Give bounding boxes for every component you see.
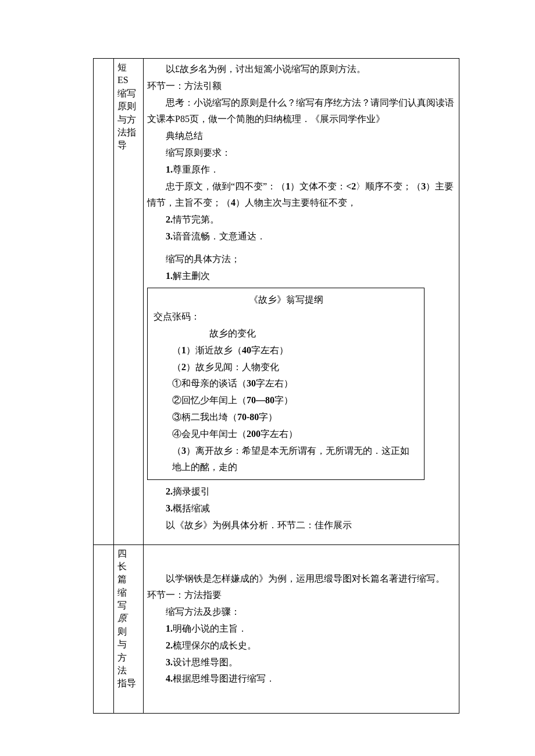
inset-theme: 故乡的变化 [154,325,418,342]
txt: 解主删次 [173,271,210,281]
step-4: 4.根据思维导图进行缩写． [147,671,455,687]
label-line: 则 [117,625,140,638]
num: 1. [166,271,173,281]
inset-subitem: ③柄二我出埼（70-80字） [154,409,418,426]
label-line: 法 [117,664,140,677]
method-3: 3.概括缩减 [147,500,455,517]
label-line: 原则 [117,100,140,113]
section-4-label: 四 长 篇 缩 写 原 则 与 方 法 指导 [114,544,144,714]
label-line: 指导 [117,677,140,690]
intro-text: 以学钢铁是怎样嫌成的》为例，运用思缎导图对长篇名著进行缩写。 [147,571,455,587]
method-2: 2.摘录援引 [147,483,455,500]
num: 2. [166,214,173,224]
lesson-table: 短 ES 缩写 原则 与方 法指 导 以£故乡名为例，讨出短篙小说缩写的原则方法… [93,58,459,714]
example-line: 以《故乡》为例具体分析．环节二：佳作展示 [147,517,455,534]
txt: 摘录援引 [173,486,210,496]
num: 3. [166,657,173,667]
principle-title: 缩写原则要求： [147,145,455,162]
spacer [147,534,455,542]
label-line: 方 [117,651,140,664]
section-4-row: 四 长 篇 缩 写 原 则 与 方 法 指导 以学钢铁是怎样嫌成的》为例，运用思… [94,544,459,714]
label-line: 缩写 [117,87,140,100]
think-text: 思考：小说缩写的原则是什么？缩写有序纥方法？请同学们认真阅读语文课本P85页，做… [147,95,455,128]
left-margin-cell [94,59,114,545]
section-3-row: 短 ES 缩写 原则 与方 法指 导 以£故乡名为例，讨出短篙小说缩写的原则方法… [94,59,459,545]
label-line: 短 [117,61,140,74]
txt: 设计思维导图。 [173,657,238,667]
txt: 梳理保尔的成长史。 [173,640,256,650]
spacer [147,547,455,571]
txt: 谙音流畅．文意通达． [173,231,266,241]
inset-subitem: ①和母亲的谈话（30字左右） [154,375,418,392]
spacer [147,687,455,711]
inset-subitem: ②回忆少年闰上（70—80字） [154,392,418,409]
method-title: 缩写的具体方法； [147,251,455,268]
label-line: 原 [117,612,140,625]
label-line: 篇 [117,573,140,586]
section-4-content: 以学钢铁是怎样嫌成的》为例，运用思缎导图对长篇名著进行缩写。 环节一：方法指要 … [144,544,459,714]
txt: 明确小说的主旨． [173,624,247,633]
txt: 情节完第。 [173,214,219,224]
inset-sub: 交点张码： [154,309,418,325]
section-3-label: 短 ES 缩写 原则 与方 法指 导 [114,59,144,545]
label-line: 与方 [117,113,140,126]
link-1: 环节一：方法引额 [147,78,455,95]
txt: 尊重原作． [173,164,219,174]
num: 3. [166,231,173,241]
txt: 忠于原文，做到“四不变”：（1）文体不变：<2〉顺序不变；（3）主要情节，主旨不… [147,181,454,208]
section-3-content: 以£故乡名为例，讨出短篙小说缩写的原则方法。 环节一：方法引额 思考：小说缩写的… [144,59,459,545]
txt: 根据思维导图进行缩写． [173,673,275,683]
outline-box: 《故乡》翁写提纲 交点张码： 故乡的变化 （1）渐近故乡（40字左右） （2）故… [147,288,425,480]
label-line: 长 [117,560,140,573]
inset-item: （1）渐近故乡（40字左右） [154,342,418,359]
inset-subitem: ④会见中年闰士（200字左右） [154,426,418,443]
label-line: 与 [117,638,140,651]
txt: 概括缩减 [173,503,210,513]
num: 2. [166,640,173,650]
num: 3. [166,503,173,513]
intro-text: 以£故乡名为例，讨出短篙小说缩写的原则方法。 [147,61,455,78]
label-line: ES [117,74,140,87]
link-1: 环节一：方法指要 [147,587,455,604]
principle-1-detail: 忠于原文，做到“四不变”：（1）文体不变：<2〉顺序不变；（3）主要情节，主旨不… [147,178,455,212]
inset-item: （2）故乡见闻：人物变化 [154,359,418,376]
summary-title: 典纳总结 [147,128,455,145]
label-line: 法指 [117,126,140,139]
inset-title: 《故乡》翁写提纲 [154,292,418,309]
spacer [147,245,455,251]
step-2: 2.梳理保尔的成长史。 [147,637,455,654]
steps-title: 缩写方法及步骤： [147,604,455,621]
page: 短 ES 缩写 原则 与方 法指 导 以£故乡名为例，讨出短篙小说缩写的原则方法… [0,0,535,756]
step-3: 3.设计思维导图。 [147,654,455,671]
num: 1. [166,164,173,174]
label-line: 四 [117,547,140,560]
principle-3: 3.谙音流畅．文意通达． [147,228,455,245]
left-margin-cell [94,544,114,714]
label-line: 导 [117,139,140,152]
num: 1. [166,624,173,633]
principle-2: 2.情节完第。 [147,212,455,228]
step-1: 1.明确小说的主旨． [147,621,455,637]
label-line: 缩 [117,586,140,599]
num: 4. [166,673,173,683]
principle-1: 1.尊重原作． [147,162,455,178]
inset-item: （3）离开故乡：希望是本无所谓有，无所谓无的．这正如地上的酩，走的 [154,443,418,476]
method-1: 1.解主删次 [147,268,455,285]
label-line: 写 [117,599,140,612]
num: 2. [166,486,173,496]
